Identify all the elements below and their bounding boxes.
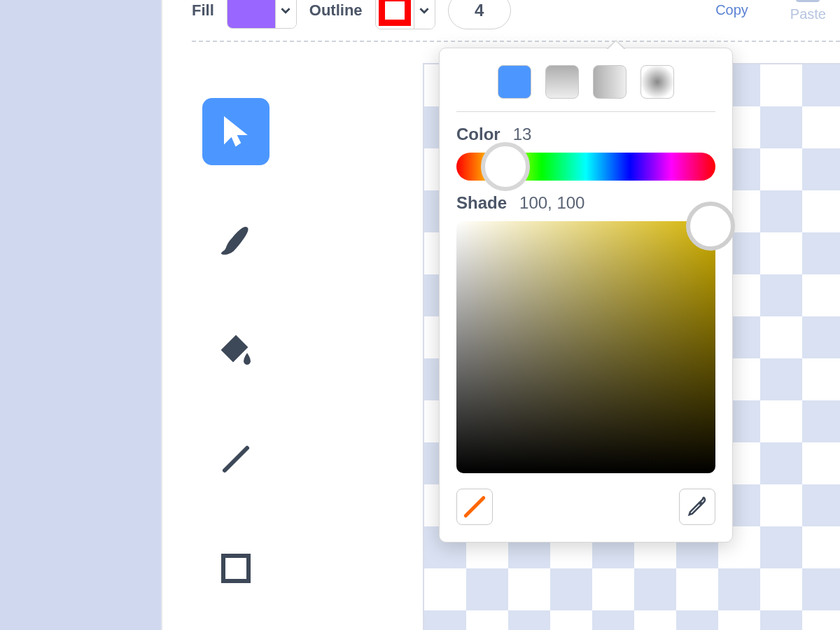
shade-section: Shade 100, 100 [440, 181, 732, 473]
no-color-button[interactable] [456, 489, 493, 525]
fill-color-button[interactable] [227, 0, 297, 29]
svg-rect-1 [223, 556, 248, 581]
outline-label: Outline [309, 1, 363, 20]
hue-slider[interactable] [456, 153, 715, 181]
copy-button[interactable]: Copy [715, 0, 748, 22]
left-sidebar-panel [0, 0, 162, 630]
color-value: 13 [513, 125, 532, 144]
shade-label: Shade [456, 193, 507, 213]
hue-slider-handle[interactable] [481, 142, 530, 191]
shade-picker[interactable] [456, 221, 715, 473]
toolbar-divider [192, 41, 840, 42]
svg-line-2 [465, 498, 484, 516]
paste-icon [796, 0, 820, 2]
color-picker-popup: Color 13 Shade 100, 100 [439, 48, 733, 542]
horizontal-gradient-mode[interactable] [593, 65, 626, 99]
outline-swatch[interactable] [376, 0, 414, 29]
copy-label: Copy [715, 2, 748, 18]
fill-mode-row [440, 65, 732, 111]
fill-label: Fill [192, 1, 214, 20]
tool-palette [202, 98, 272, 602]
paste-label: Paste [790, 6, 826, 22]
editor-main: Fill Outline 4 Copy Paste [164, 0, 840, 630]
hue-section: Color 13 [440, 112, 732, 181]
vertical-gradient-mode[interactable] [545, 65, 579, 99]
brush-tool[interactable] [202, 207, 270, 274]
stroke-width-value: 4 [475, 1, 484, 20]
color-label: Color [456, 125, 500, 144]
shade-value: 100, 100 [519, 193, 584, 213]
picker-footer [440, 473, 732, 525]
outline-color-button[interactable] [375, 0, 435, 29]
fill-tool[interactable] [202, 316, 270, 384]
fill-dropdown-icon[interactable] [275, 0, 296, 28]
radial-gradient-mode[interactable] [640, 65, 674, 99]
rectangle-tool[interactable] [202, 535, 270, 602]
top-toolbar: Fill Outline 4 Copy Paste [192, 0, 840, 38]
svg-line-0 [225, 448, 247, 470]
line-tool[interactable] [202, 426, 270, 493]
toolbar-clipboard-group: Copy Paste [715, 0, 826, 22]
stroke-width-input[interactable]: 4 [448, 0, 511, 29]
select-tool[interactable] [202, 98, 270, 165]
outline-dropdown-icon[interactable] [414, 0, 435, 29]
eyedropper-button[interactable] [679, 489, 715, 525]
fill-swatch[interactable] [227, 0, 275, 28]
paste-button[interactable]: Paste [790, 0, 826, 22]
solid-fill-mode[interactable] [498, 65, 531, 99]
shade-picker-handle[interactable] [686, 202, 735, 251]
